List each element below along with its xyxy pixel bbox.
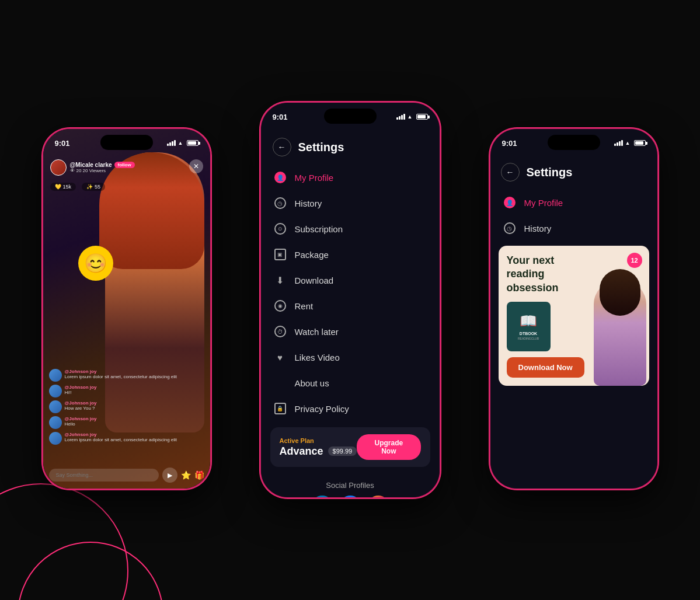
book-name: DTBOOK (520, 332, 537, 336)
history-label-3: History (524, 224, 552, 233)
menu-item-watch-later[interactable]: ⏱ Watch later (261, 319, 440, 344)
streamer-info: @Micale clarke follow 👁 20 20 Viewers (70, 162, 135, 173)
plan-info: Active Plan Advance $99.99 (280, 437, 357, 458)
menu-item-profile-3[interactable]: 👤 My Profile (490, 190, 657, 215)
rent-icon: ◉ (274, 299, 287, 312)
active-plan-label: Active Plan (280, 437, 357, 444)
chat-message: @Johnson joy Hi!! (49, 385, 204, 397)
chat-content: @Johnson joy Hello (65, 416, 97, 427)
chat-text: Hello (65, 421, 97, 427)
menu-item-subscription[interactable]: ⊙ Subscription (261, 216, 440, 242)
wifi-icon-2: ▲ (408, 114, 413, 120)
user-badge: @Micale clarke follow 👁 20 20 Viewers (50, 159, 135, 176)
signal-icon-1 (167, 140, 176, 146)
subscription-label: Subscription (295, 224, 343, 234)
trending-stat: ✨ 55 (82, 183, 105, 191)
phone1-shell: 9:01 ▲ @Micale c (42, 128, 211, 490)
time-1: 9:01 (55, 139, 70, 148)
facebook-button[interactable]: f (340, 496, 361, 497)
ad-badge: 12 (627, 253, 642, 268)
settings-title-2: Settings (298, 141, 344, 154)
likes-icon: ♥ (274, 351, 287, 364)
menu-item-rent[interactable]: ◉ Rent (261, 293, 440, 319)
book-cover: 📖 DTBOOK READINGCLUB (507, 302, 551, 351)
chat-text: Lorem ipsum dolor sit amet, consectetur … (65, 437, 177, 442)
chat-avatar (49, 400, 62, 413)
menu-item-package[interactable]: ▣ Package (261, 242, 440, 267)
chat-username: @Johnson joy (65, 400, 97, 406)
status-icons-1: ▲ (167, 140, 198, 146)
privacy-label: Privacy Policy (295, 404, 349, 414)
instagram-button[interactable]: 📸 (368, 496, 389, 497)
settings3-header: ← Settings (490, 159, 657, 190)
chat-username: @Johnson joy (65, 369, 177, 374)
linkedin-button[interactable]: in (312, 496, 333, 497)
send-button[interactable]: ▶ (162, 468, 177, 483)
menu-item-my-profile[interactable]: 👤 My Profile (261, 165, 440, 190)
battery-icon-2 (416, 114, 428, 120)
dynamic-island-3 (548, 135, 600, 150)
plan-price: $99.99 (328, 446, 357, 456)
reaction-emoji: 😊 (84, 252, 107, 274)
battery-icon-3 (634, 140, 646, 146)
phone3-screen: 9:01 ▲ ← Settings 👤 (490, 129, 657, 489)
viewer-count: 20 20 Viewers (76, 168, 106, 173)
gift-icon2[interactable]: 🎁 (194, 470, 204, 480)
streamer-avatar (50, 159, 67, 176)
profile-label: My Profile (295, 173, 334, 183)
trending-count: 55 (95, 184, 100, 190)
history-icon-3: ◷ (503, 222, 516, 235)
gift-icon[interactable]: ⭐ (181, 470, 191, 480)
hearts-stat: 💛 15k (50, 183, 76, 191)
menu-item-about[interactable]: About us (261, 370, 440, 396)
download-icon: ⬇ (274, 274, 287, 287)
upgrade-button[interactable]: Upgrade Now (357, 434, 420, 460)
package-icon: ▣ (274, 248, 287, 261)
menu-item-history[interactable]: ◷ History (261, 190, 440, 216)
chat-message: @Johnson joy Lorem ipsum dolor sit amet,… (49, 432, 204, 445)
stream-top-bar: @Micale clarke follow 👁 20 20 Viewers ✕ (43, 155, 210, 180)
download-now-button[interactable]: Download Now (507, 357, 584, 378)
package-label: Package (295, 250, 329, 260)
chat-message: @Johnson joy Lorem ipsum dolor sit amet,… (49, 369, 204, 382)
menu-item-privacy[interactable]: 🔒 Privacy Policy (261, 396, 440, 421)
subscription-icon: ⊙ (274, 222, 287, 235)
chat-username: @Johnson joy (65, 432, 177, 437)
emoji-reaction: 😊 (78, 246, 113, 281)
book-advertisement: 12 Your next reading obsession 📖 DTBOOK … (499, 246, 649, 386)
profile-label-3: My Profile (524, 198, 563, 208)
dynamic-island-2 (324, 109, 377, 124)
about-label: About us (295, 378, 329, 388)
chat-input[interactable] (49, 469, 159, 482)
close-stream-button[interactable]: ✕ (189, 159, 203, 173)
download-label: Download (295, 275, 334, 285)
wifi-icon-3: ▲ (625, 140, 631, 146)
book-icon: 📖 (520, 313, 537, 329)
rent-label: Rent (295, 301, 314, 311)
stream-overlay: 9:01 ▲ @Micale c (43, 129, 210, 489)
follow-button[interactable]: follow (114, 162, 135, 168)
privacy-icon: 🔒 (274, 402, 287, 415)
history-icon: ◷ (274, 197, 287, 210)
chat-content: @Johnson joy How are You ? (65, 400, 97, 411)
settings3-content: ← Settings 👤 My Profile ◷ History (490, 155, 657, 395)
chat-username: @Johnson joy (65, 385, 97, 390)
chat-content: @Johnson joy Lorem ipsum dolor sit amet,… (65, 369, 177, 379)
menu-item-download[interactable]: ⬇ Download (261, 267, 440, 293)
menu-item-likes-video[interactable]: ♥ Likes Video (261, 344, 440, 370)
chat-content: @Johnson joy Hi!! (65, 385, 97, 395)
time-3: 9:01 (502, 139, 517, 148)
status-icons-2: ▲ (396, 114, 428, 120)
book-sub: READINGCLUB (518, 337, 539, 340)
signal-icon-3 (614, 140, 623, 146)
plan-name-row: Advance $99.99 (280, 445, 357, 458)
settings-content: ← Settings 👤 My Profile ◷ History (261, 128, 440, 497)
phones-container: 9:01 ▲ @Micale c (0, 0, 700, 600)
menu-item-history-3[interactable]: ◷ History (490, 215, 657, 241)
back-button-2[interactable]: ← (273, 138, 291, 156)
chat-message: @Johnson joy Hello (49, 416, 204, 429)
dynamic-island-1 (100, 135, 153, 150)
hearts-count: 15k (63, 184, 72, 190)
chat-avatar (49, 385, 62, 397)
back-button-3[interactable]: ← (501, 163, 520, 182)
